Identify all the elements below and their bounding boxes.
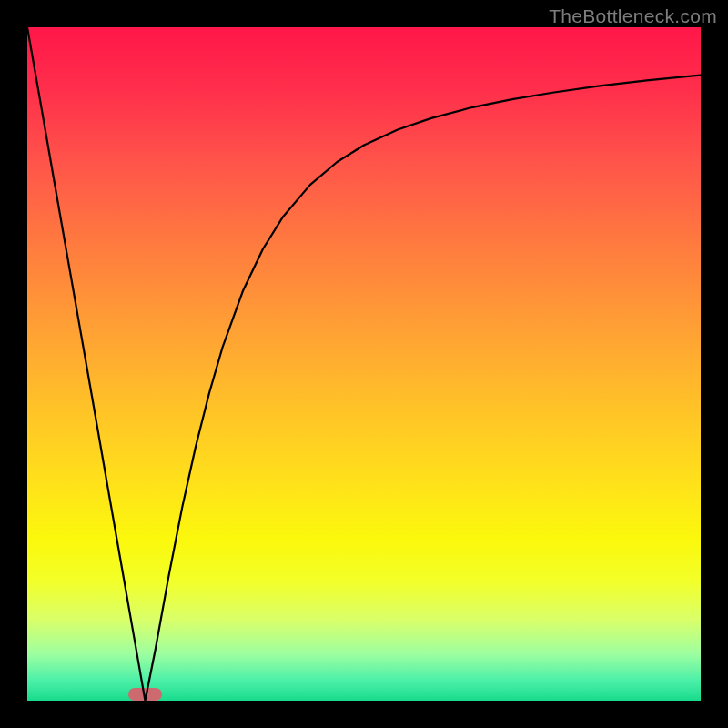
plot-area: [27, 27, 701, 701]
chart-frame: TheBottleneck.com: [0, 0, 728, 728]
watermark-text: TheBottleneck.com: [549, 5, 717, 27]
curve-svg: [27, 27, 701, 701]
bottleneck-curve: [27, 27, 701, 701]
